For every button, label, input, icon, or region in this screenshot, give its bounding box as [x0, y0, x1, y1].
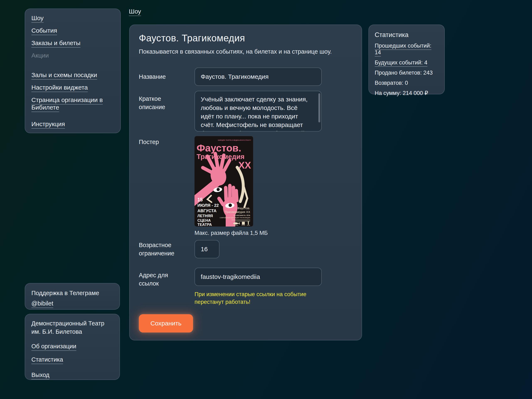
poster-size-hint: Макс. размер файла 1,5 МБ [195, 230, 268, 236]
svg-text:ТЕАТРА: ТЕАТРА [197, 222, 212, 227]
name-row: Название [139, 68, 352, 86]
poster-title-3: XX [238, 160, 251, 171]
age-row: Возрастное ограничение [139, 240, 352, 258]
support-text: Поддержка в Телеграме [31, 289, 113, 297]
svg-text:15: 15 [197, 197, 203, 203]
svg-text:Трагикомедия XX: Трагикомедия XX [225, 210, 250, 214]
name-label: Название [139, 73, 195, 81]
description-label: Краткое описание [139, 91, 176, 111]
breadcrumb-shows[interactable]: Шоу [129, 8, 141, 15]
sidebar-item-halls-seating[interactable]: Залы и схемы посадки [31, 71, 97, 79]
sidebar-item-promos: Акции [31, 52, 49, 59]
age-input[interactable] [195, 240, 219, 258]
sidebar-item-shows[interactable]: Шоу [31, 14, 44, 22]
stat-tickets-sold: Продано билетов: 243 [375, 70, 433, 76]
organization-name: Демонстрационный Театр им. Б.И. Билетова [31, 319, 113, 336]
poster-row: Постер КАФЕДРА ТЕАТРА И МЕДИА-ИСКУССТВ Б… [139, 136, 352, 236]
svg-text:СОВРЕМЕННАЯ АДАПТАЦИЯ ТРАГИКОМ: СОВРЕМЕННАЯ АДАПТАЦИЯ ТРАГИКОМЕДИИ [220, 217, 250, 219]
description-textarea[interactable]: Учёный заключает сделку за знания, любов… [195, 91, 322, 132]
save-button[interactable]: Сохранить [139, 314, 193, 332]
stat-total-amount: На сумму: 214 000 ₽ [375, 90, 428, 96]
stat-past-events[interactable]: Прошедших событий: 14 [375, 42, 438, 56]
stat-future-events[interactable]: Будущих событий: 4 [375, 59, 427, 66]
poster-label: Постер [139, 136, 195, 146]
slug-warning: При изменении старые ссылки на событие п… [195, 291, 311, 306]
svg-text:АВГУСТА: АВГУСТА [197, 209, 216, 213]
svg-text:СЦЕНА: СЦЕНА [197, 218, 211, 222]
page-title: Фаустов. Трагикомедия [139, 32, 352, 44]
org-stats-link[interactable]: Статистика [31, 355, 63, 364]
sidebar-nav: Шоу События Заказы и билеты Акции Залы и… [25, 8, 121, 133]
description-text: Учёный заключает сделку за знания, любов… [201, 96, 308, 132]
sidebar-item-widget-settings[interactable]: Настройки виджета [31, 84, 88, 91]
statistics-card: Статистика Прошедших событий: 14 Будущих… [368, 25, 445, 94]
sidebar-item-events[interactable]: События [31, 27, 57, 34]
show-edit-card: Фаустов. Трагикомедия Показывается в свя… [129, 25, 362, 340]
sidebar-item-org-page[interactable]: Страница организации в Бибилете [31, 96, 114, 111]
support-telegram-link[interactable]: @bibilet [31, 299, 53, 308]
age-label: Возрастное ограничение [139, 241, 195, 258]
slug-row: Адрес для ссылок При изменении старые сс… [139, 268, 352, 306]
slug-label: Адрес для ссылок [139, 268, 170, 288]
stat-refunds: Возвратов: 0 [375, 80, 408, 86]
logout-link[interactable]: Выход [31, 371, 50, 379]
organization-card: Демонстрационный Театр им. Б.И. Билетова… [25, 314, 120, 380]
sidebar-item-orders-tickets[interactable]: Заказы и билеты [31, 39, 80, 47]
support-card: Поддержка в Телеграме @bibilet [25, 283, 120, 310]
svg-text:ИЮЛЯ - 22: ИЮЛЯ - 22 [197, 203, 219, 208]
svg-text:ЛЕТНЯЯ: ЛЕТНЯЯ [197, 214, 213, 218]
slug-input[interactable] [195, 268, 322, 286]
poster-credit: КАФЕДРА ТЕАТРА И МЕДИА-ИСКУССТВ БГУ [218, 139, 251, 141]
description-row: Краткое описание Учёный заключает сделку… [139, 91, 352, 132]
poster-title-2: Трагикомедия [196, 153, 245, 160]
statistics-title: Статистика [375, 31, 438, 39]
svg-text:Фаустов.: Фаустов. [237, 206, 250, 210]
poster-preview[interactable]: КАФЕДРА ТЕАТРА И МЕДИА-ИСКУССТВ БГУ Фаус… [195, 136, 253, 227]
page-subtitle: Показывается в связанных событиях, на би… [139, 48, 352, 55]
poster-title-1: Фаустов. [196, 143, 241, 154]
sidebar-item-instruction[interactable]: Инструкция [31, 120, 65, 128]
poster-image: КАФЕДРА ТЕАТРА И МЕДИА-ИСКУССТВ БГУ Фаус… [195, 136, 253, 227]
name-input[interactable] [195, 68, 322, 86]
svg-text:ПО ИОГАННУ В. ГЁТЕ: ПО ИОГАННУ В. ГЁТЕ [234, 215, 250, 216]
textarea-scrollbar-thumb[interactable] [318, 93, 320, 122]
org-about-link[interactable]: Об организации [31, 342, 76, 350]
